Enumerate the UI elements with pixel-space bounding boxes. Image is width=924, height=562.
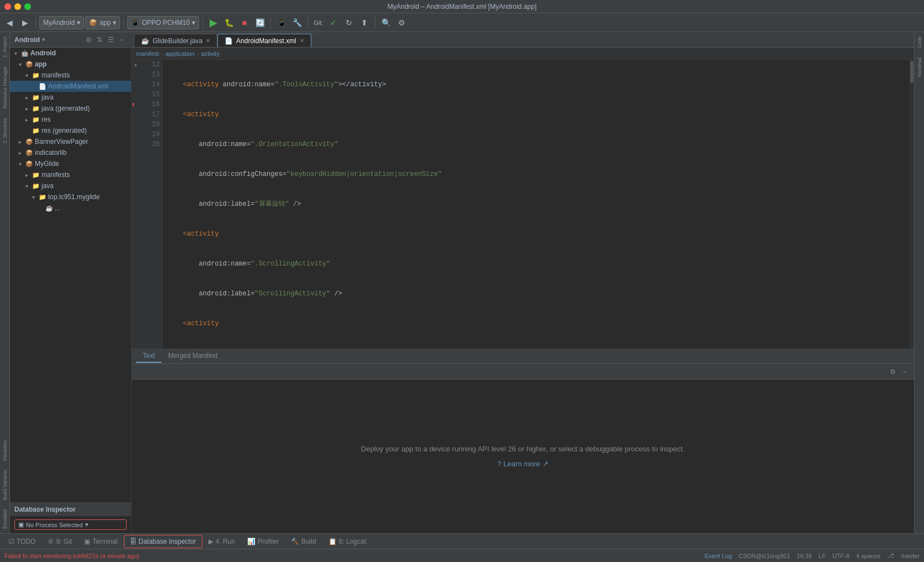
code-content[interactable]: <activity android:name=".ToolsActivity">… (163, 60, 910, 348)
tab-glidebuilder[interactable]: ☕ GlideBuilder.java ✕ (134, 34, 217, 47)
learn-more-link[interactable]: ? Learn more ↗ (497, 460, 549, 468)
sdk-button[interactable]: 🔧 (290, 15, 304, 30)
minimize-button[interactable]: − (900, 367, 910, 377)
tree-item-java-generated[interactable]: ▸ 📁 java (generated) (10, 103, 131, 114)
tree-label: manifests (41, 71, 70, 79)
tab-merged-manifest[interactable]: Merged Manifest (161, 350, 224, 363)
tab-label: TODO (17, 538, 35, 545)
line-numbers: 12 13 14 15 16 17 18 19 20 (140, 60, 163, 348)
folder-icon: 📁 (32, 171, 40, 179)
resource-manager-tab[interactable]: Resource Manager (2, 62, 8, 113)
tab-git[interactable]: ⑨ 9: Git (41, 535, 78, 548)
tree-label: MyGlide (35, 160, 59, 168)
tree-item-bannerviewpager[interactable]: ▸ 📦 BannerViewPager (10, 136, 131, 147)
module-dropdown-label: app (100, 19, 111, 27)
debug-button[interactable]: 🐛 (222, 15, 236, 30)
tree-item-app[interactable]: ▾ 📦 app (10, 59, 131, 70)
settings-button[interactable]: ⚙ (394, 15, 409, 30)
tree-label: indicatorlib (35, 149, 66, 157)
process-dropdown[interactable]: ▣ No Process Selected ▾ (14, 519, 127, 530)
git-check-button[interactable]: ✓ (326, 15, 341, 30)
position-label: 16:36 (797, 553, 812, 559)
process-label: No Process Selected (26, 522, 83, 528)
close-tab-icon[interactable]: ✕ (206, 38, 210, 44)
status-bar-right: Event Log CSDN@lc1ong951 16:36 LF UTF-8 … (704, 552, 920, 559)
stop-button[interactable]: ■ (237, 15, 252, 30)
emulator-tab[interactable]: Emulator (2, 504, 8, 533)
folder-icon: 📁 (32, 127, 40, 134)
android-icon: 🤖 (21, 50, 29, 57)
tree-item-java[interactable]: ▸ 📁 java (10, 92, 131, 103)
tree-item-manifests[interactable]: ▾ 📁 manifests (10, 70, 131, 81)
external-link-icon: ↗ (542, 460, 549, 468)
build-variants-tab[interactable]: Build Variants (2, 465, 8, 504)
close-tab-icon[interactable]: ✕ (300, 38, 304, 44)
numpad-tab[interactable]: NumPad (916, 53, 923, 81)
git-sync-button[interactable]: ↻ (342, 15, 356, 30)
close-panel-icon[interactable]: − (117, 35, 127, 45)
gear-icon[interactable]: ☰ (106, 35, 116, 45)
back-button[interactable]: ◀ (2, 15, 17, 30)
device-dropdown-label: OPPO PCHM10 (142, 19, 190, 27)
maximize-button[interactable] (24, 3, 31, 10)
settings-icon[interactable]: ⚙ (83, 35, 93, 45)
tab-text[interactable]: Text (136, 350, 161, 363)
db-inspector-section: Database Inspector ▣ No Process Selected… (10, 502, 131, 533)
code-line: android:label="ScrollingActivity" /> (167, 289, 905, 299)
tree-item-res[interactable]: ▸ 📁 res (10, 114, 131, 125)
project-tab[interactable]: 1: Project (2, 32, 8, 62)
db-inspector-title: Database Inspector (14, 506, 76, 513)
tab-logcat[interactable]: 📋 6: Logcat (322, 535, 372, 548)
tree-item-android[interactable]: ▾ 🤖 Android (10, 48, 131, 59)
tree-item-indicatorlib[interactable]: ▸ 📦 indicatorlib (10, 147, 131, 158)
device-dropdown[interactable]: 📱 OPPO PCHM10 ▾ (127, 16, 199, 29)
tab-build[interactable]: 🔨 Build (285, 535, 322, 548)
nav-toolbar: ◀ ▶ (2, 15, 32, 30)
structure-tab[interactable]: 2: Structure (2, 113, 8, 148)
tab-run[interactable]: ▶ 4: Run (202, 535, 241, 548)
breadcrumb-application[interactable]: application (165, 50, 195, 57)
module-dropdown[interactable]: 📦 app ▾ (85, 16, 120, 29)
forward-button[interactable]: ▶ (18, 15, 32, 30)
main-toolbar: ◀ ▶ MyAndroid ▾ 📦 app ▾ 📱 OPPO PCHM10 ▾ … (0, 13, 924, 32)
favorites-tab[interactable]: Favorites (2, 436, 8, 465)
tab-todo[interactable]: ☑ TODO (2, 535, 41, 548)
search-everywhere-button[interactable]: 🔍 (379, 15, 393, 30)
settings-button[interactable]: ⚙ (888, 367, 897, 377)
tab-profiler[interactable]: 📊 Profiler (241, 535, 285, 548)
folder-icon: 📁 (32, 72, 40, 79)
toolbar-sep-5 (307, 17, 308, 28)
tree-item-myglide[interactable]: ▾ 📦 MyGlide (10, 158, 131, 169)
git-icon: ⑨ (48, 538, 54, 545)
tree-arrow (25, 128, 32, 134)
tree-item-myglide-pkg[interactable]: ▾ 📁 top.lc951.myglide (10, 191, 131, 202)
editor-scrollbar[interactable] (910, 60, 914, 348)
breadcrumb-manifest[interactable]: manifest (136, 50, 159, 57)
project-dropdown[interactable]: MyAndroid ▾ (39, 16, 84, 29)
right-panel: Code NumPad (914, 32, 924, 533)
sync-button[interactable]: 🔄 (253, 15, 267, 30)
scrollbar-thumb[interactable] (910, 61, 913, 83)
sync-icon[interactable]: ⇅ (95, 35, 105, 45)
tab-database-inspector[interactable]: 🗄 Database Inspector (124, 535, 202, 548)
git-push-button[interactable]: ⬆ (357, 15, 372, 30)
breadcrumb-activity[interactable]: activity (201, 50, 220, 57)
tree-item-myglide-file[interactable]: ☕ ... (10, 202, 131, 214)
tree-item-androidmanifest[interactable]: 📄 AndroidManifest.xml (10, 81, 131, 92)
git-label: Git: (314, 19, 323, 26)
tab-terminal[interactable]: ▣ Terminal (78, 535, 123, 548)
event-log[interactable]: Event Log (704, 553, 732, 559)
tree-item-myglide-java[interactable]: ▾ 📁 java (10, 180, 131, 191)
tree-arrow: ▾ (25, 72, 32, 79)
code-tab[interactable]: Code (916, 32, 923, 53)
minimize-button[interactable] (14, 3, 21, 10)
run-button[interactable]: ▶ (206, 15, 221, 30)
close-button[interactable] (4, 3, 11, 10)
java-file-icon: ☕ (45, 205, 53, 212)
tree-label: res (generated) (41, 127, 87, 134)
tab-androidmanifest[interactable]: 📄 AndroidManifest.xml ✕ (217, 34, 311, 47)
tree-item-myglide-manifests[interactable]: ▸ 📁 manifests (10, 169, 131, 180)
folder-icon: 📁 (32, 116, 40, 123)
avd-button[interactable]: 📱 (274, 15, 289, 30)
tree-item-res-generated[interactable]: 📁 res (generated) (10, 125, 131, 136)
